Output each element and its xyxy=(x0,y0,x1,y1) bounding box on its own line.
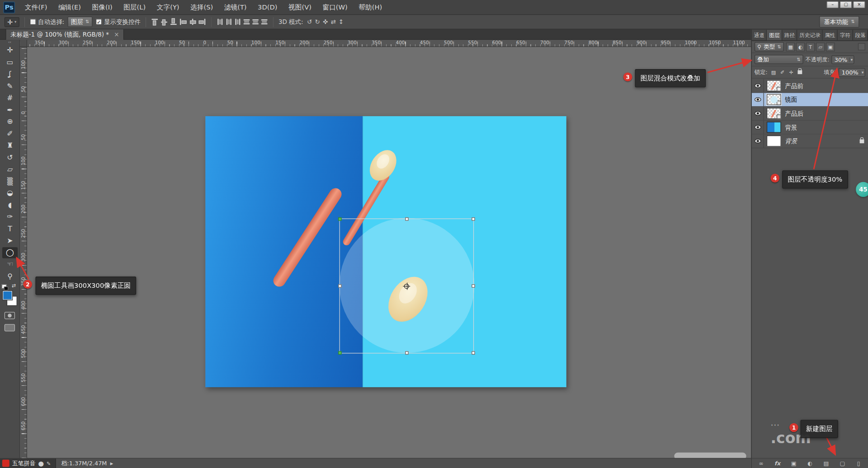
visibility-toggle[interactable] xyxy=(752,79,764,92)
filter-toggle-switch[interactable] xyxy=(858,43,865,51)
collapse-panel-icon[interactable]: ‹‹ xyxy=(0,40,19,44)
dodge-tool[interactable]: ◖ xyxy=(2,199,18,210)
lock-transparent-pixels-icon[interactable]: ▨ xyxy=(769,68,777,76)
blend-mode-dropdown[interactable]: 叠加 ⇅ xyxy=(755,55,803,64)
link-layers-icon[interactable]: ∞ xyxy=(757,460,766,466)
workspace-switcher[interactable]: 基本功能 ⇅ xyxy=(820,16,859,28)
distribute-bottom-edges-icon[interactable] xyxy=(234,18,241,25)
default-colors-icon[interactable] xyxy=(2,284,7,289)
filter-pixel-layers-icon[interactable]: ▦ xyxy=(786,42,795,51)
clone-stamp-tool[interactable]: ♜ xyxy=(2,140,18,151)
3d-roll-icon[interactable]: ↻ xyxy=(314,18,321,25)
document-tab[interactable]: 未标题-1 @ 100% (镜面, RGB/8) * × xyxy=(5,29,124,40)
align-right-edges-icon[interactable] xyxy=(198,18,206,25)
show-transform-controls-checkbox[interactable]: ✓ 显示变换控件 xyxy=(96,18,141,26)
menu-item-图像(I)[interactable]: 图像(I) xyxy=(86,0,118,14)
align-bottom-edges-icon[interactable] xyxy=(170,18,178,25)
minimize-button[interactable]: – xyxy=(826,1,839,8)
hand-tool[interactable]: ☜ xyxy=(2,259,18,270)
filter-shape-layers-icon[interactable]: ▱ xyxy=(816,42,825,51)
layer-filter-type-dropdown[interactable]: ⚲ 类型 ⇅ xyxy=(755,42,784,51)
filter-type-layers-icon[interactable]: T xyxy=(806,42,815,51)
panel-tab-字符[interactable]: 字符 xyxy=(838,30,853,40)
menu-item-滤镜(T)[interactable]: 滤镜(T) xyxy=(219,0,252,14)
menu-item-帮助(H)[interactable]: 帮助(H) xyxy=(353,0,387,14)
layer-row-产品前[interactable]: 产品前 xyxy=(752,79,868,93)
rectangular-marquee-tool[interactable]: ▭ xyxy=(2,57,18,68)
distribute-vertical-centers-icon[interactable] xyxy=(225,18,232,25)
delete-layer-icon[interactable]: ▯ xyxy=(854,460,863,466)
transform-handle-bottom-right[interactable] xyxy=(472,351,475,355)
transform-handle-bottom-center[interactable] xyxy=(405,351,408,355)
lock-position-icon[interactable]: ✛ xyxy=(788,68,795,76)
checkbox-box[interactable]: ✓ xyxy=(96,19,102,25)
align-horizontal-centers-icon[interactable] xyxy=(189,18,197,25)
new-group-icon[interactable]: ▤ xyxy=(822,460,831,466)
chevron-down-icon[interactable]: ▾ xyxy=(849,57,853,62)
distribute-right-edges-icon[interactable] xyxy=(261,18,268,25)
visibility-toggle[interactable] xyxy=(752,107,764,120)
panel-tab-历史记录[interactable]: 历史记录 xyxy=(797,30,822,40)
transform-handle-middle-right[interactable] xyxy=(472,284,475,287)
layer-row-镜面[interactable]: 镜面 xyxy=(752,93,868,107)
lasso-tool[interactable]: ʆ xyxy=(2,69,18,80)
maximize-button[interactable]: ▢ xyxy=(840,1,852,8)
chevron-down-icon[interactable]: ▾ xyxy=(860,70,863,75)
transform-center-point[interactable] xyxy=(404,284,409,289)
visibility-toggle[interactable] xyxy=(752,93,764,106)
menu-item-文件(F)[interactable]: 文件(F) xyxy=(19,0,53,14)
3d-slide-icon[interactable]: ⇄ xyxy=(330,18,336,25)
menu-item-图层(L)[interactable]: 图层(L) xyxy=(118,0,151,14)
pen-tool[interactable]: ✑ xyxy=(2,211,18,222)
align-left-edges-icon[interactable] xyxy=(179,18,187,25)
move-tool[interactable]: ✛ xyxy=(2,45,18,56)
screen-mode-icon[interactable] xyxy=(5,324,15,332)
layer-row-背景[interactable]: 背景 xyxy=(752,135,868,149)
transform-handle-top-left[interactable] xyxy=(338,217,341,220)
distribute-top-edges-icon[interactable] xyxy=(217,18,224,25)
quick-mask-icon[interactable] xyxy=(5,312,15,319)
panel-tab-通道[interactable]: 通道 xyxy=(752,30,767,40)
align-top-edges-icon[interactable] xyxy=(151,18,159,25)
filter-smart-objects-icon[interactable]: ▣ xyxy=(826,42,835,51)
auto-select-checkbox[interactable]: 自动选择: xyxy=(30,18,65,26)
visibility-toggle[interactable] xyxy=(752,121,764,134)
menu-item-3D(D)[interactable]: 3D(D) xyxy=(252,0,283,14)
tab-close-icon[interactable]: × xyxy=(114,31,119,38)
spot-healing-brush-tool[interactable]: ⊕ xyxy=(2,116,18,127)
eyedropper-tool[interactable]: ✒ xyxy=(2,104,18,115)
3d-rotate-icon[interactable]: ↺ xyxy=(307,18,313,25)
current-tool-icon[interactable]: ✛ ▾ xyxy=(5,17,19,27)
lock-image-pixels-icon[interactable]: ✐ xyxy=(778,68,786,76)
distribute-left-edges-icon[interactable] xyxy=(243,18,250,25)
transform-handle-middle-left[interactable] xyxy=(338,284,341,287)
menu-item-选择(S)[interactable]: 选择(S) xyxy=(185,0,219,14)
align-vertical-centers-icon[interactable] xyxy=(160,18,168,25)
swap-colors-icon[interactable]: ⇄ xyxy=(12,283,16,288)
panel-tab-图层[interactable]: 图层 xyxy=(767,30,782,40)
transform-handle-top-center[interactable] xyxy=(405,217,408,220)
gradient-tool[interactable]: ▒ xyxy=(2,176,18,187)
opacity-input[interactable]: 30% ▾ xyxy=(832,55,854,64)
horizontal-type-tool[interactable]: T xyxy=(2,223,18,234)
menu-item-视图(V)[interactable]: 视图(V) xyxy=(283,0,317,14)
add-layer-mask-icon[interactable]: ▣ xyxy=(789,460,798,466)
path-selection-tool[interactable]: ➤ xyxy=(2,235,18,246)
ime-toolbar[interactable]: 五笔拼音 ⬤ ✎ xyxy=(0,458,56,468)
3d-scale-icon[interactable]: ↕ xyxy=(338,18,344,25)
brush-tool[interactable]: ✐ xyxy=(2,128,18,139)
menu-item-文字(Y)[interactable]: 文字(Y) xyxy=(151,0,185,14)
transform-handle-top-right[interactable] xyxy=(472,217,475,220)
history-brush-tool[interactable]: ↺ xyxy=(2,152,18,163)
status-flyout-arrow[interactable]: ▶ xyxy=(110,461,113,466)
foreground-color-swatch[interactable] xyxy=(3,291,12,300)
ime-tools-icon[interactable]: ✎ xyxy=(47,460,51,466)
transform-bounding-box[interactable] xyxy=(340,219,474,354)
panel-tab-路径[interactable]: 路径 xyxy=(782,30,797,40)
menu-item-窗口(W)[interactable]: 窗口(W) xyxy=(317,0,353,14)
document-canvas[interactable] xyxy=(205,116,566,387)
lock-all-icon[interactable] xyxy=(796,68,804,76)
auto-select-target-dropdown[interactable]: 图层 ⇅ xyxy=(68,17,93,27)
menu-item-编辑(E)[interactable]: 编辑(E) xyxy=(53,0,87,14)
layer-row-背景[interactable]: 背景 xyxy=(752,121,868,135)
